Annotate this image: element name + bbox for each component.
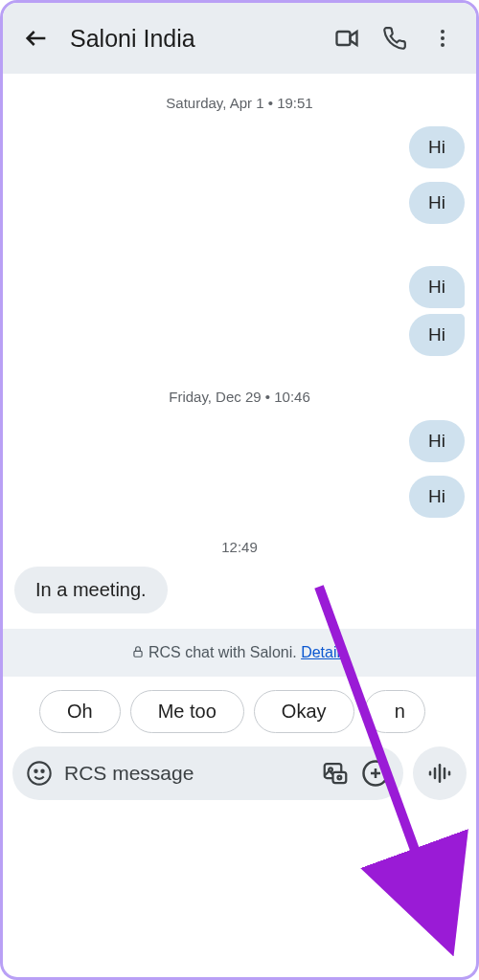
rcs-banner: RCS chat with Saloni. Details — [3, 629, 476, 677]
message-sent[interactable]: Hi — [14, 126, 465, 168]
suggestion-chip[interactable]: Oh — [39, 690, 121, 733]
lock-icon — [131, 645, 145, 658]
bubble-text: In a meeting. — [14, 567, 168, 613]
bubble-text: Hi — [409, 182, 465, 224]
svg-point-2 — [441, 36, 445, 40]
svg-point-7 — [41, 770, 43, 772]
svg-rect-0 — [337, 32, 351, 45]
bubble-text: Hi — [409, 126, 465, 168]
svg-rect-10 — [333, 772, 347, 783]
message-sent[interactable]: Hi — [14, 476, 465, 518]
phone-icon — [382, 26, 407, 51]
message-sent[interactable]: Hi — [14, 182, 465, 224]
conversation-title[interactable]: Saloni India — [70, 25, 323, 53]
date-header: Friday, Dec 29 • 10:46 — [14, 389, 465, 405]
bubble-text: Hi — [409, 420, 465, 462]
svg-point-3 — [441, 43, 445, 47]
suggestion-chip[interactable]: Me too — [130, 690, 244, 733]
message-received[interactable]: In a meeting. — [14, 567, 465, 613]
svg-rect-16 — [444, 768, 446, 780]
bubble-text: Hi — [409, 314, 465, 356]
video-icon — [333, 25, 360, 52]
composer-placeholder: RCS message — [64, 762, 309, 785]
message-sent[interactable]: Hi — [14, 314, 465, 356]
suggestion-row: Oh Me too Okay n — [3, 677, 476, 743]
emoji-button[interactable] — [26, 760, 53, 787]
svg-rect-4 — [134, 651, 142, 657]
gallery-icon — [321, 759, 350, 788]
svg-point-1 — [441, 30, 445, 33]
overflow-menu-button[interactable] — [419, 14, 467, 62]
svg-point-5 — [28, 762, 50, 784]
video-call-button[interactable] — [323, 14, 371, 62]
svg-rect-17 — [448, 771, 451, 776]
suggestion-chip[interactable]: Okay — [254, 690, 354, 733]
svg-rect-15 — [439, 764, 442, 783]
bubble-text: Hi — [409, 476, 465, 518]
waveform-icon — [425, 759, 454, 788]
date-header: Saturday, Apr 1 • 19:51 — [14, 95, 465, 111]
back-button[interactable] — [20, 22, 53, 55]
suggestion-chip[interactable]: n — [364, 690, 425, 733]
arrow-left-icon — [23, 25, 50, 52]
svg-rect-13 — [429, 771, 432, 776]
smiley-icon — [26, 760, 53, 787]
bubble-text: Hi — [409, 266, 465, 308]
gallery-button[interactable] — [321, 759, 350, 788]
rcs-details-link[interactable]: Details — [301, 644, 348, 660]
add-button[interactable] — [361, 759, 390, 788]
more-vert-icon — [431, 27, 454, 50]
time-header: 12:49 — [14, 539, 465, 555]
message-sent[interactable]: Hi — [14, 420, 465, 462]
plus-circle-icon — [361, 759, 390, 788]
svg-point-6 — [34, 770, 36, 772]
svg-rect-14 — [434, 768, 437, 780]
message-sent[interactable]: Hi — [14, 266, 465, 308]
call-button[interactable] — [371, 14, 419, 62]
rcs-banner-text: RCS chat with Saloni. — [148, 644, 301, 660]
message-composer[interactable]: RCS message — [12, 746, 403, 800]
voice-message-button[interactable] — [413, 746, 467, 800]
